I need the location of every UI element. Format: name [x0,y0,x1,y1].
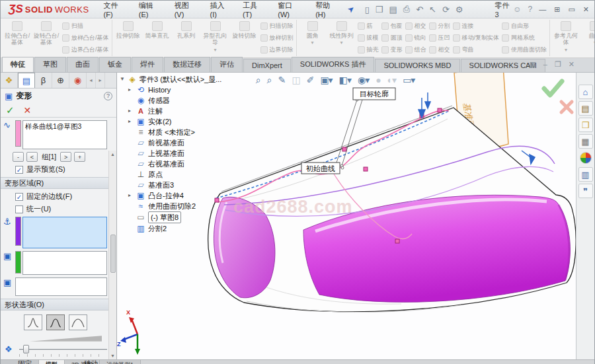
ribbon-tab[interactable]: 焊件 [132,57,163,72]
apply-scene-icon[interactable]: ◐▾ [387,75,396,85]
split-button[interactable]: 分割 [429,22,450,30]
deform-button[interactable]: 变形 [381,46,403,54]
scroll-down-icon[interactable]: ▼ [110,353,115,358]
additional-bodies-selection-box[interactable] [15,277,107,296]
ribbon-tab[interactable]: 钣金 [99,57,131,72]
group-previous-button[interactable]: < [26,152,38,162]
freeform-button[interactable]: 自由形 [502,22,547,30]
feature-tree-item[interactable]: ▸ History [120,85,221,95]
design-library-icon[interactable]: ▤ [578,101,593,116]
home-icon[interactable]: ⌂ [578,85,593,99]
group-remove-button[interactable]: - [13,152,24,162]
shell-button[interactable]: 抽壳 [358,46,379,54]
user-icon[interactable]: ☺ [513,5,521,14]
rib-button[interactable]: 筋 [358,22,379,30]
indent-button[interactable]: 压凹 [429,34,450,42]
feature-tree-item[interactable]: ▼ 零件3 (默认<<默认>_显... [120,74,221,85]
expand-arrow-icon[interactable]: ▸ [128,190,136,201]
doc-minimize-icon[interactable]: ‒ [543,60,547,69]
edit-appearance-icon[interactable]: ● [376,75,380,85]
reference-geometry-button[interactable]: 参考几何体 [551,20,580,56]
displaymanager-tab-icon[interactable]: ◉ [69,73,87,88]
wrap-button[interactable]: 包覆 [381,22,403,30]
cut-with-surface-button[interactable]: 使用曲面切除 [502,46,547,54]
propertymanager-tab-icon[interactable]: ▤ [18,73,35,88]
rigidity-slider-thumb[interactable] [23,345,29,353]
pm-help-icon[interactable]: ? [104,92,112,100]
open-icon[interactable]: ❒ [376,5,383,15]
new-document-icon[interactable]: ▯ [365,5,370,15]
undo-icon[interactable]: ↶ [416,5,423,15]
section-view-icon[interactable]: ◫ [292,75,299,85]
hide-show-items-icon[interactable]: ◉▾ [358,75,369,85]
uniform-checkbox[interactable] [15,205,23,213]
mirror-button[interactable]: 镜向 [405,34,426,42]
feature-tree-item[interactable]: 材质 <未指定> [120,127,221,137]
featuremanager-tab-icon[interactable]: ❖ [1,73,18,88]
select-icon[interactable]: ↖ [429,5,436,15]
ribbon-tab[interactable]: DimXpert [243,59,291,72]
fillet-button[interactable]: 圆角 [298,20,327,56]
group-add-button[interactable]: + [74,152,85,162]
draft-button[interactable]: 拔模 [358,34,379,42]
view-palette-icon[interactable]: ▦ [578,134,593,149]
deform-bodies-selection-box[interactable] [22,251,107,275]
boundary-boss-button[interactable]: 边界凸台/基体 [62,46,109,54]
menu-item[interactable]: 工具(T) [237,0,271,20]
configurationmanager-tab-icon[interactable]: β [35,73,52,88]
curves-button[interactable]: 曲线 [580,20,594,56]
doc-close-icon[interactable]: ✕ [569,60,575,69]
pm-scrollbar-thumb[interactable] [110,235,116,273]
feature-tree-item[interactable]: ▸ 注解 [120,106,221,116]
fixed-edges-checkbox[interactable] [15,193,23,201]
pin-icon[interactable]: ➤ [345,3,356,15]
extruded-boss-button[interactable]: 拉伸凸台/基体 [3,20,32,56]
ribbon-tab[interactable]: SOLIDWORKS 插件 [292,57,375,72]
display-style-icon[interactable]: ◧▾ [339,75,351,85]
feature-tree-item[interactable]: 分割2 [120,223,221,234]
sketch-view-icon[interactable]: ✎ [278,75,286,85]
hole-series-button[interactable]: 孔系列 [172,20,201,56]
close-button[interactable]: ✕ [583,5,589,14]
forum-icon[interactable]: ❞ [578,184,593,198]
zoom-fit-icon[interactable]: ⌕ [256,75,260,86]
deform-region-header[interactable]: 变形区域(R)∧ [1,177,116,189]
dimxpertmanager-tab-icon[interactable]: ⊕ [52,73,69,88]
intersect-button[interactable]: 相交 [405,22,426,30]
expand-arrow-icon[interactable]: ▸ [128,106,136,116]
menu-item[interactable]: 帮助(H) [310,0,344,20]
menu-item[interactable]: 窗口(W) [272,0,309,20]
pm-scrollbar[interactable]: ▲ ▼ [108,151,116,359]
feature-tree-item[interactable]: (-) 草图8 [120,211,221,223]
menu-item[interactable]: 文件(F) [99,0,132,20]
scroll-up-icon[interactable]: ▲ [110,152,115,157]
annotation-view-icon[interactable]: ✐ [307,75,314,85]
ribbon-tab[interactable]: 数据迁移 [164,57,210,72]
shape-options-header[interactable]: 形状选项(O)∧ [1,299,116,310]
menu-item[interactable]: 视图(V) [169,0,204,20]
confirm-cancel-icon[interactable] [561,102,572,112]
rigidity-slider[interactable] [19,344,107,354]
hole-wizard-button[interactable]: 异型孔向导 [201,20,230,56]
file-explorer-icon[interactable]: ❒ [578,118,593,132]
feature-tree-item[interactable]: 原点 [120,169,221,180]
expand-arrow-icon[interactable]: ▸ [128,85,136,95]
revolved-boss-button[interactable]: 旋转凸台/基体 [32,20,61,56]
feature-tree-item[interactable]: ▸ 凸台-拉伸4 [120,190,221,201]
options-icon[interactable]: ⚙ [456,5,463,15]
feature-tree-item[interactable]: 前视基准面 [120,137,221,148]
save-icon[interactable]: ▤ [389,5,397,15]
feature-tree-item[interactable]: 传感器 [120,95,221,106]
swept-boss-button[interactable]: 扫描 [62,22,109,30]
custom-properties-icon[interactable]: ▥ [578,167,593,182]
menu-item[interactable]: 编辑(E) [134,0,168,20]
lofted-cut-button[interactable]: 放样切割 [260,34,294,42]
doc-restore-icon[interactable]: ❐ [555,60,561,69]
stiffness-maximum-button[interactable] [69,314,87,330]
dome-button[interactable]: 圆顶 [381,34,403,42]
restore-button[interactable]: ⊞ [554,5,560,14]
menu-item[interactable]: 插入(I) [204,0,236,20]
ribbon-tab[interactable]: 特征 [2,57,34,72]
intersect2-button[interactable]: 相交 [429,46,450,54]
group-next-button[interactable]: > [60,152,71,162]
